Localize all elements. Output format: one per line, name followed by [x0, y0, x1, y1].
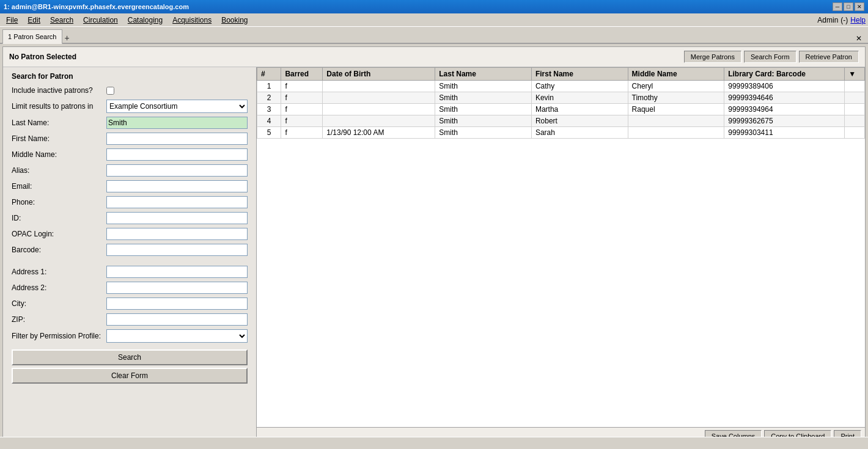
retrieve-patron-button[interactable]: Retrieve Patron — [799, 51, 859, 63]
results-table-container[interactable]: # Barred Date of Birth Last Name First N… — [257, 67, 865, 427]
barcode-input[interactable] — [106, 244, 248, 256]
address2-label: Address 2: — [12, 283, 106, 292]
cell-extra — [845, 81, 865, 92]
action-buttons: Merge Patrons Search Form Retrieve Patro… — [684, 51, 859, 63]
cell-middle: Raquel — [628, 104, 724, 115]
table-row[interactable]: 5 f 1/13/90 12:00 AM Smith Sarah 9999930… — [257, 127, 865, 139]
city-input[interactable] — [106, 298, 248, 310]
cell-card: 99999394964 — [724, 104, 845, 115]
cell-dob — [323, 104, 435, 115]
cell-barred: f — [281, 92, 323, 104]
cell-middle: Cheryl — [628, 81, 724, 92]
cell-barred: f — [281, 115, 323, 127]
col-header-card[interactable]: Library Card: Barcode — [724, 68, 845, 81]
close-button[interactable]: ✕ — [855, 2, 864, 11]
id-input[interactable] — [106, 212, 248, 224]
address2-input[interactable] — [106, 282, 248, 294]
filter-permission-select[interactable] — [106, 329, 248, 343]
cell-card: 99999394646 — [724, 92, 845, 104]
col-header-first[interactable]: First Name — [531, 68, 628, 81]
barcode-row: Barcode: — [3, 242, 256, 258]
opac-login-input[interactable] — [106, 228, 248, 240]
cell-card: 99999362675 — [724, 115, 845, 127]
cell-middle — [628, 127, 724, 139]
id-row: ID: — [3, 210, 256, 226]
email-row: Email: — [3, 178, 256, 194]
col-header-num[interactable]: # — [257, 68, 281, 81]
cell-barred: f — [281, 81, 323, 92]
zip-input[interactable] — [106, 313, 248, 326]
opac-login-row: OPAC Login: — [3, 226, 256, 242]
help-link[interactable]: Help — [850, 16, 866, 24]
main-area: No Patron Selected Merge Patrons Search … — [2, 46, 866, 445]
table-row[interactable]: 3 f Smith Martha Raquel 99999394964 — [257, 104, 865, 115]
admin-user[interactable]: Admin — [817, 16, 838, 24]
cell-first: Kevin — [531, 92, 628, 104]
search-form-button[interactable]: Search Form — [744, 51, 796, 63]
minimize-button[interactable]: ─ — [833, 2, 842, 11]
tab-close-icon[interactable]: ✕ — [852, 34, 866, 43]
menu-edit[interactable]: Edit — [24, 15, 44, 26]
id-label: ID: — [12, 214, 106, 222]
cell-card: 99999389406 — [724, 81, 845, 92]
cell-middle: Timothy — [628, 92, 724, 104]
tab-bar: 1 Patron Search + ✕ — [0, 27, 868, 44]
menu-file[interactable]: File — [2, 15, 21, 26]
table-row[interactable]: 2 f Smith Kevin Timothy 99999394646 — [257, 92, 865, 104]
cell-barred: f — [281, 127, 323, 139]
cell-last: Smith — [435, 81, 532, 92]
filter-permission-label: Filter by Permission Profile: — [12, 332, 106, 340]
limit-results-row: Limit results to patrons in Example Cons… — [3, 98, 256, 115]
cell-last: Smith — [435, 115, 532, 127]
search-panel: Search for Patron Include inactive patro… — [3, 67, 257, 445]
last-name-label: Last Name: — [12, 119, 106, 127]
menu-booking[interactable]: Booking — [218, 15, 251, 26]
alias-input[interactable] — [106, 164, 248, 177]
menu-bar: File Edit Search Circulation Cataloging … — [0, 13, 868, 27]
zip-row: ZIP: — [3, 312, 256, 327]
last-name-input[interactable] — [106, 117, 248, 129]
cell-extra — [845, 115, 865, 127]
middle-name-input[interactable] — [106, 148, 248, 161]
menu-search[interactable]: Search — [46, 15, 77, 26]
menu-cataloging[interactable]: Cataloging — [124, 15, 166, 26]
email-label: Email: — [12, 182, 106, 191]
city-label: City: — [12, 299, 106, 308]
address2-row: Address 2: — [3, 280, 256, 296]
add-tab-button[interactable]: + — [62, 33, 72, 43]
phone-input[interactable] — [106, 196, 248, 208]
cell-last: Smith — [435, 104, 532, 115]
title-text: 1: admin@BR1-winxpvmfx.phasefx.evergreen… — [4, 3, 189, 10]
menu-acquisitions[interactable]: Acquisitions — [169, 15, 215, 26]
barcode-label: Barcode: — [12, 246, 106, 254]
table-row[interactable]: 1 f Smith Cathy Cheryl 99999389406 — [257, 81, 865, 92]
cell-last: Smith — [435, 127, 532, 139]
middle-name-label: Middle Name: — [12, 150, 106, 159]
include-inactive-checkbox[interactable] — [106, 87, 114, 95]
merge-patrons-button[interactable]: Merge Patrons — [684, 51, 741, 63]
col-header-middle[interactable]: Middle Name — [628, 68, 724, 81]
address1-input[interactable] — [106, 266, 248, 278]
col-header-dob[interactable]: Date of Birth — [323, 68, 435, 81]
restore-button[interactable]: □ — [844, 2, 853, 11]
first-name-label: First Name: — [12, 134, 106, 143]
tab-patron-search[interactable]: 1 Patron Search — [2, 29, 62, 44]
search-button[interactable]: Search — [12, 349, 248, 365]
search-panel-header: Search for Patron — [3, 67, 256, 83]
limit-results-select[interactable]: Example Consortium — [106, 100, 248, 113]
cell-num: 3 — [257, 104, 281, 115]
cell-card: 99999303411 — [724, 127, 845, 139]
table-row[interactable]: 4 f Smith Robert 99999362675 — [257, 115, 865, 127]
include-inactive-row: Include inactive patrons? — [3, 83, 256, 98]
email-input[interactable] — [106, 180, 248, 192]
limit-results-label: Limit results to patrons in — [12, 102, 106, 111]
col-header-barred[interactable]: Barred — [281, 68, 323, 81]
clear-form-button[interactable]: Clear Form — [12, 368, 248, 384]
cell-last: Smith — [435, 92, 532, 104]
status-bar — [0, 437, 868, 449]
first-name-input[interactable] — [106, 133, 248, 145]
col-header-last[interactable]: Last Name — [435, 68, 532, 81]
menu-circulation[interactable]: Circulation — [79, 15, 122, 26]
last-name-row: Last Name: — [3, 115, 256, 131]
address1-label: Address 1: — [12, 268, 106, 276]
